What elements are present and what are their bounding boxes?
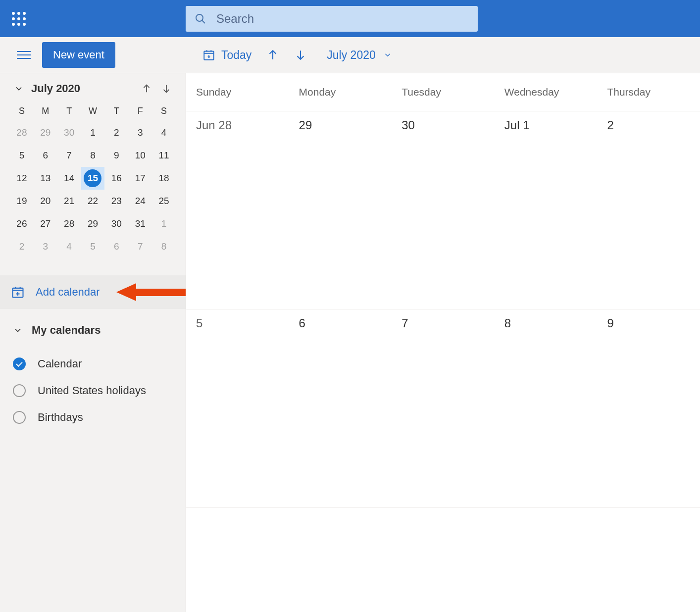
mini-cal-day[interactable]: 20 [34, 190, 57, 212]
hamburger-menu-icon[interactable] [10, 51, 37, 59]
mini-cal-day[interactable]: 23 [104, 190, 128, 212]
search-input[interactable] [216, 12, 469, 26]
calendar-checkbox[interactable] [13, 357, 26, 370]
mini-cal-day[interactable]: 15 [81, 167, 105, 190]
mini-cal-day[interactable]: 21 [57, 190, 81, 212]
annotation-arrow-icon [116, 283, 186, 301]
mini-cal-day[interactable]: 31 [128, 212, 152, 235]
mini-cal-day[interactable]: 4 [152, 121, 176, 144]
toolbar: New event Today July 2020 [0, 37, 700, 73]
mini-cal-day[interactable]: 5 [10, 144, 34, 167]
mini-cal-day[interactable]: 8 [81, 144, 105, 167]
date-range-dropdown[interactable]: July 2020 [327, 49, 392, 62]
calendar-item-label: United States holidays [38, 384, 146, 397]
mini-cal-day[interactable]: 19 [10, 190, 34, 212]
day-cell[interactable]: 2 [597, 111, 700, 309]
calendar-list-item[interactable]: United States holidays [10, 377, 176, 404]
mini-cal-day[interactable]: 14 [57, 167, 81, 190]
mini-cal-day[interactable]: 2 [10, 235, 34, 258]
chevron-down-icon [13, 325, 23, 335]
day-cell[interactable]: 30 [392, 111, 495, 309]
sidebar: July 2020 SMTWTFS28293012345678910111213… [0, 73, 186, 612]
mini-cal-day[interactable]: 1 [152, 212, 176, 235]
add-calendar-label: Add calendar [36, 286, 100, 299]
chevron-down-icon[interactable] [14, 84, 24, 94]
mini-cal-day[interactable]: 1 [81, 121, 105, 144]
mini-cal-dow: M [34, 101, 57, 121]
calendar-add-icon [11, 285, 25, 299]
mini-cal-day[interactable]: 6 [34, 144, 57, 167]
mini-calendar-title: July 2020 [31, 82, 141, 95]
day-cell[interactable]: 9 [597, 309, 700, 507]
calendar-checkbox[interactable] [13, 384, 26, 397]
calendar-grid: SundayMondayTuesdayWednesdayThursday Jun… [186, 73, 700, 612]
mini-cal-day[interactable]: 4 [57, 235, 81, 258]
search-box[interactable] [186, 6, 478, 32]
mini-cal-day[interactable]: 30 [57, 121, 81, 144]
day-cell[interactable]: Jul 1 [495, 111, 598, 309]
mini-cal-day[interactable]: 9 [104, 144, 128, 167]
next-arrow-icon[interactable] [294, 49, 307, 61]
day-cell[interactable]: 5 [186, 309, 289, 507]
app-launcher-icon[interactable] [5, 5, 32, 32]
mini-cal-dow: T [104, 101, 128, 121]
mini-cal-day[interactable]: 22 [81, 190, 105, 212]
mini-cal-day[interactable]: 18 [152, 167, 176, 190]
mini-cal-day[interactable]: 17 [128, 167, 152, 190]
mini-cal-day[interactable]: 28 [10, 121, 34, 144]
calendar-checkbox[interactable] [13, 411, 26, 424]
mini-cal-day[interactable]: 25 [152, 190, 176, 212]
mini-calendar-header: July 2020 [0, 73, 186, 101]
mini-cal-day[interactable]: 29 [34, 121, 57, 144]
svg-point-0 [196, 14, 203, 21]
calendar-item-label: Birthdays [38, 411, 83, 424]
mini-cal-day[interactable]: 2 [104, 121, 128, 144]
mini-cal-day[interactable]: 28 [57, 212, 81, 235]
day-cell[interactable]: 6 [289, 309, 392, 507]
day-cell[interactable]: 8 [495, 309, 598, 507]
chevron-down-icon [383, 51, 392, 59]
my-calendars-title: My calendars [32, 324, 100, 337]
date-range-label: July 2020 [327, 49, 375, 62]
mini-cal-day[interactable]: 3 [128, 121, 152, 144]
new-event-button[interactable]: New event [42, 42, 115, 68]
app-header [0, 0, 700, 37]
mini-cal-day[interactable]: 13 [34, 167, 57, 190]
day-header: Sunday [186, 73, 289, 111]
mini-cal-day[interactable]: 11 [152, 144, 176, 167]
my-calendars-toggle[interactable]: My calendars [13, 324, 176, 337]
add-calendar-button[interactable]: Add calendar [0, 275, 186, 309]
calendar-today-icon [202, 49, 215, 61]
today-button[interactable]: Today [202, 49, 251, 62]
day-cell[interactable]: 29 [289, 111, 392, 309]
mini-cal-day[interactable]: 16 [104, 167, 128, 190]
calendar-item-label: Calendar [38, 357, 82, 370]
day-cell[interactable]: Jun 28 [186, 111, 289, 309]
calendar-list-item[interactable]: Birthdays [10, 404, 176, 431]
mini-cal-day[interactable]: 12 [10, 167, 34, 190]
mini-cal-day[interactable]: 10 [128, 144, 152, 167]
mini-cal-day[interactable]: 30 [104, 212, 128, 235]
mini-cal-dow: F [128, 101, 152, 121]
mini-cal-day[interactable]: 7 [128, 235, 152, 258]
mini-cal-day[interactable]: 7 [57, 144, 81, 167]
mini-cal-day[interactable]: 26 [10, 212, 34, 235]
mini-next-icon[interactable] [161, 83, 172, 94]
mini-cal-day[interactable]: 8 [152, 235, 176, 258]
mini-cal-day[interactable]: 29 [81, 212, 105, 235]
mini-cal-day[interactable]: 6 [104, 235, 128, 258]
day-cell[interactable]: 7 [392, 309, 495, 507]
mini-cal-dow: S [152, 101, 176, 121]
calendar-list: CalendarUnited States holidaysBirthdays [0, 342, 186, 440]
mini-cal-dow: S [10, 101, 34, 121]
day-header: Wednesday [495, 73, 598, 111]
mini-prev-icon[interactable] [141, 83, 152, 94]
prev-arrow-icon[interactable] [266, 49, 279, 61]
mini-cal-day[interactable]: 27 [34, 212, 57, 235]
mini-cal-day[interactable]: 3 [34, 235, 57, 258]
mini-cal-day[interactable]: 24 [128, 190, 152, 212]
calendar-list-item[interactable]: Calendar [10, 351, 176, 377]
mini-calendar: SMTWTFS282930123456789101112131415161718… [0, 101, 186, 265]
mini-cal-day[interactable]: 5 [81, 235, 105, 258]
mini-cal-dow: T [57, 101, 81, 121]
